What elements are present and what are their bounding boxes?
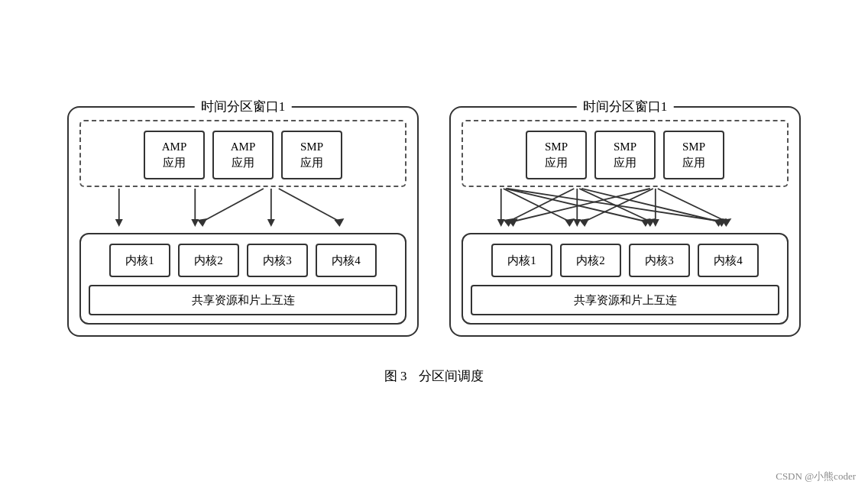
left-core-2: 内核2: [178, 244, 239, 277]
svg-line-26: [513, 189, 650, 221]
left-partition: 时间分区窗口1 AMP 应用 AMP 应用 SMP 应用: [67, 106, 419, 337]
right-app-3: SMP 应用: [663, 131, 724, 179]
right-app-2: SMP 应用: [594, 131, 656, 179]
left-core-3: 内核3: [247, 244, 308, 277]
left-app-3: SMP 应用: [281, 131, 342, 179]
svg-line-28: [585, 189, 653, 221]
right-core-3: 内核3: [629, 244, 690, 277]
left-arrows: [79, 187, 406, 233]
svg-line-22: [579, 189, 650, 221]
figure-caption: 图 3 分区间调度: [384, 367, 484, 385]
right-apps-area: SMP 应用 SMP 应用 SMP 应用: [462, 120, 789, 187]
right-core-1: 内核1: [491, 244, 552, 277]
left-app-1: AMP 应用: [144, 131, 205, 179]
left-cores-row: 内核1 内核2 内核3 内核4: [89, 244, 397, 277]
right-cores-section: 内核1 内核2 内核3 内核4 共享资源和片上互连: [462, 233, 789, 325]
svg-marker-5: [197, 218, 207, 227]
svg-line-4: [202, 189, 264, 221]
right-app-1: SMP 应用: [526, 131, 587, 179]
right-cores-row: 内核1 内核2 内核3 内核4: [471, 244, 779, 277]
left-cores-section: 内核1 内核2 内核3 内核4 共享资源和片上互连: [79, 233, 406, 325]
diagram-container: 时间分区窗口1 AMP 应用 AMP 应用 SMP 应用: [67, 106, 801, 337]
figure-title: 分区间调度: [419, 367, 484, 385]
left-partition-title: 时间分区窗口1: [195, 98, 292, 115]
svg-marker-1: [115, 219, 123, 227]
figure-number: 图 3: [384, 367, 407, 385]
left-app-2: AMP 应用: [212, 131, 274, 179]
right-core-2: 内核2: [560, 244, 621, 277]
right-arrows: [462, 187, 789, 233]
watermark: CSDN @小熊coder: [776, 470, 856, 483]
left-shared: 共享资源和片上互连: [89, 285, 397, 315]
left-apps-area: AMP 应用 AMP 应用 SMP 应用: [79, 120, 406, 187]
left-core-4: 内核4: [316, 244, 377, 277]
svg-marker-7: [267, 219, 275, 227]
svg-marker-29: [579, 218, 589, 227]
svg-marker-31: [652, 219, 659, 227]
right-partition: 时间分区窗口1 SMP 应用 SMP 应用 SMP 应用: [449, 106, 801, 337]
left-core-1: 内核1: [109, 244, 170, 277]
right-core-4: 内核4: [698, 244, 759, 277]
svg-line-24: [581, 189, 718, 221]
svg-line-14: [506, 189, 646, 221]
right-partition-title: 时间分区窗口1: [577, 98, 674, 115]
right-shared: 共享资源和片上互连: [471, 285, 779, 315]
svg-line-8: [279, 189, 340, 221]
